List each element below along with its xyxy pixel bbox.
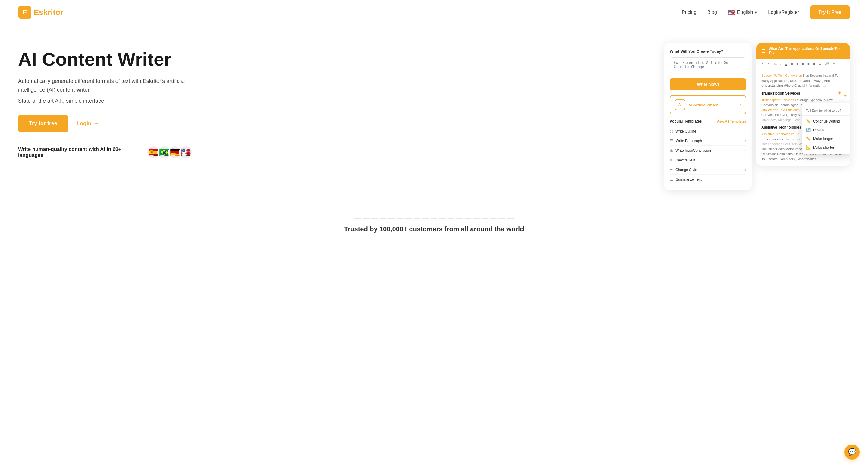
write-intro-icon: ◉ bbox=[670, 148, 673, 153]
view-all-templates-link[interactable]: View All Templates bbox=[717, 120, 746, 123]
trusted-label: Trusted by 100,000+ customers from all a… bbox=[18, 225, 850, 233]
editor-card: ☰ What Are The Applications Of Speech-To… bbox=[756, 43, 850, 166]
logo-text: Eskritor bbox=[34, 8, 63, 17]
hero-buttons: Try for free Login → bbox=[18, 115, 193, 132]
logo[interactable]: E Eskritor bbox=[18, 6, 63, 19]
editor-intro: Speech-To-Text Conversion Has Become Int… bbox=[761, 73, 845, 88]
chevron-icon: › bbox=[745, 148, 746, 153]
write-outline-label: Write Outline bbox=[675, 129, 696, 133]
card1-question: What Will You Create Today? bbox=[670, 49, 746, 54]
chevron-icon: › bbox=[745, 139, 746, 143]
make-longer-icon: 📏 bbox=[806, 136, 811, 141]
flag-usa: 🇺🇸 bbox=[179, 145, 193, 159]
nav-cta-button[interactable]: Try It Free bbox=[810, 5, 850, 19]
content-creator-card: What Will You Create Today? Write Now! A… bbox=[664, 43, 752, 190]
summarize-label: Summarize Text bbox=[676, 177, 702, 181]
template-change-style[interactable]: ✒ Change Style › bbox=[670, 165, 746, 175]
align-right-icon[interactable]: ≡ bbox=[812, 61, 816, 66]
hero-title: AI Content Writer bbox=[18, 49, 193, 70]
editor-title: What Are The Applications Of Speech-To-T… bbox=[769, 47, 845, 55]
write-now-button[interactable]: Write Now! bbox=[670, 78, 746, 90]
ordered-list-icon[interactable]: ≡ bbox=[795, 61, 799, 66]
popular-templates-header: Popular Templates View All Templates bbox=[670, 119, 746, 124]
continue-writing-icon: ✏️ bbox=[806, 119, 811, 124]
logo-icon: E bbox=[18, 6, 31, 19]
sparkle-icon-1: ✦ bbox=[837, 90, 842, 96]
write-paragraph-icon: ☰ bbox=[670, 138, 673, 143]
trusted-section: — — — — — — — — — — — — — — — — — — — Tr… bbox=[0, 208, 868, 245]
languages-label: Write human-quality content with AI in 6… bbox=[18, 146, 143, 158]
template-rewrite-text[interactable]: ✏ Rewrite Text › bbox=[670, 156, 746, 165]
change-style-icon: ✒ bbox=[670, 167, 673, 172]
write-outline-icon: ◎ bbox=[670, 129, 673, 133]
hero-subtitle: State of the art A.I., simple interface bbox=[18, 98, 193, 104]
align-left-icon[interactable]: ≡ bbox=[801, 61, 805, 66]
context-make-shorter[interactable]: 📐 Make shorter bbox=[802, 143, 850, 152]
language-label: English bbox=[737, 10, 753, 15]
context-continue-writing[interactable]: ✏️ Continue Writing bbox=[802, 117, 850, 126]
hero-section: AI Content Writer Automatically generate… bbox=[0, 25, 868, 202]
navbar: E Eskritor Pricing Blog 🇺🇸 English ▾ Log… bbox=[0, 0, 868, 25]
rewrite-icon: ✏ bbox=[670, 158, 673, 162]
hero-description: Automatically generate different formats… bbox=[18, 77, 193, 94]
write-intro-label: Write Intro/Conclusion bbox=[675, 148, 711, 153]
login-button[interactable]: Login → bbox=[76, 121, 99, 127]
continue-writing-label: Continue Writing bbox=[813, 119, 840, 124]
chevron-icon: › bbox=[745, 129, 746, 133]
flags-stack: 🇪🇸 🇧🇷 🇩🇪 🇺🇸 bbox=[147, 145, 193, 159]
indent-icon[interactable]: ⊟ bbox=[818, 61, 822, 66]
align-center-icon[interactable]: ≡ bbox=[807, 61, 810, 66]
template-list: ◎ Write Outline › ☰ Write Paragraph › ◉ bbox=[670, 127, 746, 184]
edit-icon[interactable]: ✏ bbox=[832, 61, 836, 66]
editor-header: ☰ What Are The Applications Of Speech-To… bbox=[756, 43, 850, 59]
topic-input[interactable] bbox=[670, 57, 746, 73]
italic-icon[interactable]: I bbox=[779, 61, 782, 66]
chevron-icon: › bbox=[745, 168, 746, 172]
write-paragraph-label: Write Paragraph bbox=[676, 139, 702, 143]
bold-icon[interactable]: B bbox=[773, 61, 778, 66]
chevron-right-icon: › bbox=[740, 102, 741, 107]
hero-mockups: What Will You Create Today? Write Now! A… bbox=[664, 43, 850, 190]
menu-icon: ☰ bbox=[761, 48, 766, 54]
list-icon[interactable]: ≡ bbox=[790, 61, 794, 66]
sparkle-icon-2: ✦ bbox=[844, 94, 847, 98]
template-write-outline[interactable]: ◎ Write Outline › bbox=[670, 127, 746, 136]
context-menu-header bbox=[802, 106, 850, 115]
template-write-paragraph[interactable]: ☰ Write Paragraph › bbox=[670, 136, 746, 146]
make-shorter-label: Make shorter bbox=[813, 145, 834, 150]
hero-left: AI Content Writer Automatically generate… bbox=[18, 43, 193, 159]
nav-pricing[interactable]: Pricing bbox=[682, 10, 696, 15]
try-for-free-button[interactable]: Try for free bbox=[18, 115, 68, 132]
template-summarize[interactable]: ☰ Summarize Text › bbox=[670, 175, 746, 184]
context-menu: ✏️ Continue Writing 🔄 Rewrite 📏 Make lon… bbox=[802, 103, 850, 154]
arrow-right-icon: → bbox=[94, 121, 99, 127]
rewrite-icon: 🔄 bbox=[806, 128, 811, 132]
chevron-down-icon: ▾ bbox=[755, 10, 757, 15]
hero-languages: Write human-quality content with AI in 6… bbox=[18, 145, 193, 159]
popular-label: Popular Templates bbox=[670, 119, 702, 124]
chevron-icon: › bbox=[745, 177, 746, 181]
nav-login-register[interactable]: Login/Register bbox=[768, 10, 799, 15]
context-menu-input[interactable] bbox=[806, 109, 849, 112]
language-selector[interactable]: 🇺🇸 English ▾ bbox=[728, 9, 757, 16]
nav-blog[interactable]: Blog bbox=[707, 10, 717, 15]
summarize-icon: ☰ bbox=[670, 177, 673, 181]
context-make-longer[interactable]: 📏 Make longer bbox=[802, 134, 850, 143]
rewrite-label: Rewrite bbox=[813, 128, 826, 132]
make-shorter-icon: 📐 bbox=[806, 145, 811, 150]
nav-links: Pricing Blog 🇺🇸 English ▾ Login/Register… bbox=[682, 5, 850, 19]
link-icon[interactable]: 🔗 bbox=[824, 61, 830, 66]
us-flag-icon: 🇺🇸 bbox=[728, 9, 735, 16]
ai-article-box[interactable]: AI AI Article Writer › bbox=[670, 95, 746, 114]
context-rewrite[interactable]: 🔄 Rewrite bbox=[802, 126, 850, 134]
undo-icon[interactable]: ↩ bbox=[761, 61, 765, 66]
underline-icon[interactable]: U bbox=[784, 61, 788, 66]
make-longer-label: Make longer bbox=[813, 137, 833, 141]
redo-icon[interactable]: ↪ bbox=[767, 61, 772, 66]
ai-icon: AI bbox=[675, 99, 685, 110]
ai-article-label: AI Article Writer bbox=[688, 103, 718, 107]
change-style-label: Change Style bbox=[675, 168, 697, 172]
section1-title: Transcription Services bbox=[761, 91, 845, 96]
template-write-intro[interactable]: ◉ Write Intro/Conclusion › bbox=[670, 146, 746, 156]
chevron-icon: › bbox=[745, 158, 746, 162]
